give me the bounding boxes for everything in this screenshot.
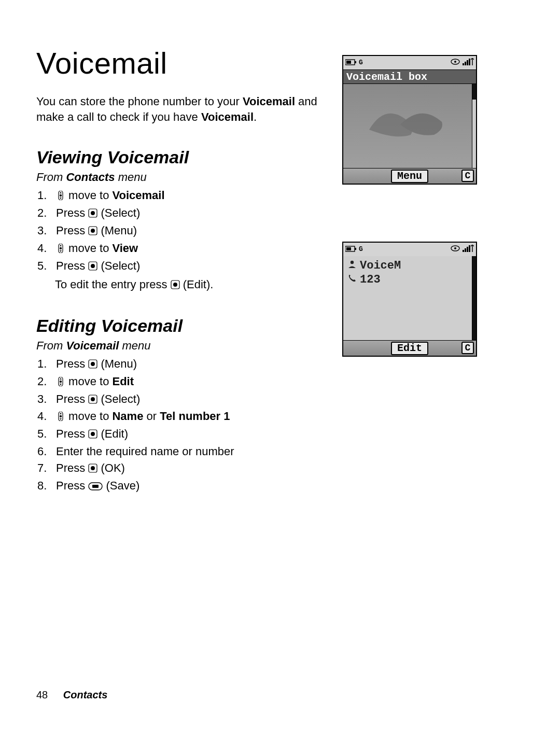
step-paren: (Edit) xyxy=(97,427,128,440)
section-heading-viewing: Viewing Voicemail xyxy=(36,147,327,167)
from-line-1: From Contacts menu xyxy=(36,171,327,184)
step-paren: (Select) xyxy=(97,206,140,219)
step-text: Press xyxy=(56,206,88,219)
svg-point-17 xyxy=(91,397,95,401)
scroll-thumb xyxy=(472,84,476,100)
from-post: menu xyxy=(115,171,147,184)
svg-point-23 xyxy=(91,466,95,470)
phone-body: VoiceM 123 xyxy=(343,256,476,340)
svg-point-11 xyxy=(173,283,177,287)
phone-screenshot-1: G Voicemail box Menu xyxy=(342,55,477,185)
select-icon xyxy=(88,223,97,240)
step-paren: (Menu) xyxy=(97,357,137,370)
section-heading-editing: Editing Voicemail xyxy=(36,316,327,336)
select-icon xyxy=(88,259,97,275)
step: move to Edit xyxy=(37,373,327,391)
step-text: move to xyxy=(65,375,112,388)
step: Press (Menu) xyxy=(37,356,327,373)
phone-body xyxy=(343,84,476,168)
intro-bold-2: Voicemail xyxy=(201,110,254,123)
scrollbar xyxy=(472,84,476,168)
substep: To edit the entry press (Edit). xyxy=(36,276,327,294)
left-column: Voicemail You can store the phone number… xyxy=(36,46,327,517)
contact-icon xyxy=(347,259,357,272)
gprs-icon: G xyxy=(359,58,367,68)
signal-icon xyxy=(463,245,474,255)
edit-softkey: Edit xyxy=(391,342,428,355)
step: Press (Select) xyxy=(37,258,327,275)
intro-paragraph: You can store the phone number to your V… xyxy=(36,94,327,124)
scroll-thumb xyxy=(472,256,476,340)
step-paren: (Select) xyxy=(97,392,140,405)
step-bold: Voicemail xyxy=(112,189,164,202)
right-column: G Voicemail box Menu xyxy=(342,46,493,517)
svg-text:G: G xyxy=(359,59,363,65)
ring-icon xyxy=(450,245,460,255)
from-bold: Contacts xyxy=(66,171,115,184)
svg-point-15 xyxy=(60,380,62,382)
step-bold: Edit xyxy=(112,375,134,388)
wallpaper-icon xyxy=(364,99,447,145)
svg-point-9 xyxy=(91,264,95,268)
entry-number: 123 xyxy=(360,273,381,286)
step: move to Voicemail xyxy=(37,187,327,205)
select-icon xyxy=(88,461,97,478)
step-paren: (Menu) xyxy=(97,224,137,237)
step: move to View xyxy=(37,240,327,258)
step-paren: (Select) xyxy=(97,259,140,272)
entry-name-row: VoiceM xyxy=(347,259,472,272)
svg-point-31 xyxy=(454,61,456,63)
select-icon xyxy=(88,427,97,443)
from-post: menu xyxy=(119,339,150,352)
step: Press (OK) xyxy=(37,460,327,478)
status-bar: G xyxy=(343,56,476,69)
menu-softkey: Menu xyxy=(391,170,428,183)
battery-icon xyxy=(345,58,357,68)
gprs-icon: G xyxy=(359,245,367,255)
step: Enter the required name or number xyxy=(37,443,327,460)
step: Press (Edit) xyxy=(37,426,327,443)
select-icon xyxy=(171,277,180,294)
status-bar: G xyxy=(343,243,476,256)
step-text: Press xyxy=(56,357,88,370)
from-line-2: From Voicemail menu xyxy=(36,339,327,353)
svg-point-38 xyxy=(454,247,456,249)
svg-rect-35 xyxy=(346,247,351,250)
svg-point-7 xyxy=(60,247,62,249)
step-text: move to xyxy=(65,189,112,202)
page-title: Voicemail xyxy=(36,46,327,80)
step-or: or xyxy=(143,410,160,423)
svg-point-21 xyxy=(91,432,95,436)
svg-rect-28 xyxy=(346,61,351,64)
page-number: 48 xyxy=(36,689,48,700)
step-bold: Name xyxy=(112,410,143,423)
scrollbar xyxy=(472,256,476,340)
svg-text:G: G xyxy=(359,245,363,252)
intro-text-3: . xyxy=(254,110,257,123)
step-text: Enter the required name or number xyxy=(56,445,234,458)
step-text: move to xyxy=(65,242,112,255)
step: Press (Menu) xyxy=(37,222,327,240)
softkey-icon xyxy=(88,479,103,495)
entry-name: VoiceM xyxy=(360,259,401,272)
page: Voicemail You can store the phone number… xyxy=(0,0,560,730)
phone-icon xyxy=(347,273,357,286)
step-text: Press xyxy=(56,461,88,474)
from-pre: From xyxy=(36,171,66,184)
nav-icon xyxy=(56,409,65,426)
intro-bold-1: Voicemail xyxy=(243,95,295,108)
step-bold-2: Tel number 1 xyxy=(160,410,230,423)
nav-icon xyxy=(56,241,65,258)
softkey-bar: Edit C xyxy=(343,340,476,356)
step: Press (Select) xyxy=(37,391,327,409)
step-text: Press xyxy=(56,427,88,440)
steps-editing: Press (Menu) move to Edit Press (Select)… xyxy=(37,356,327,495)
step-paren: (Save) xyxy=(103,479,139,492)
step-text: move to xyxy=(65,410,112,423)
svg-point-5 xyxy=(91,229,95,233)
footer-section: Contacts xyxy=(63,689,108,700)
battery-icon xyxy=(345,245,357,255)
select-icon xyxy=(88,392,97,409)
step-text: Press xyxy=(56,224,88,237)
steps-viewing: move to Voicemail Press (Select) Press (… xyxy=(37,187,327,275)
